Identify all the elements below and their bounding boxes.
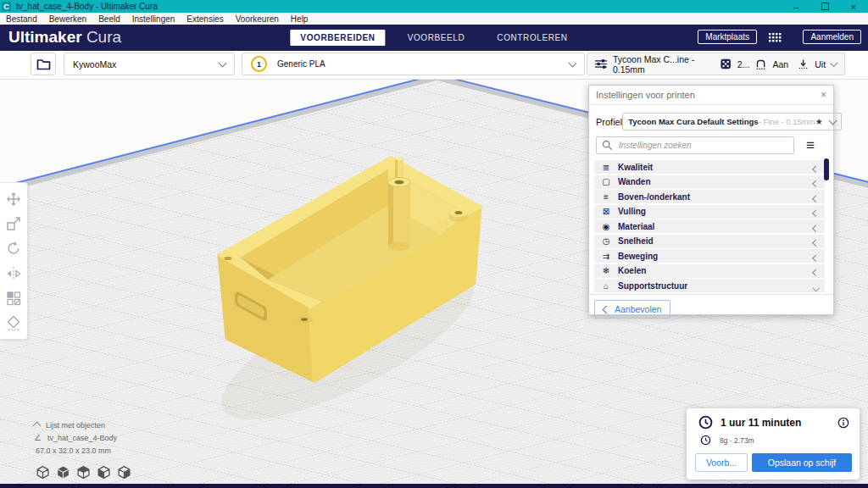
material-estimate: 8g · 2.73m bbox=[720, 436, 754, 445]
chevron-left-icon bbox=[814, 175, 819, 190]
star-icon[interactable]: ★ bbox=[815, 117, 823, 126]
tab-voorbeeld[interactable]: VOORBEELD bbox=[398, 30, 476, 46]
per-model-settings-icon[interactable] bbox=[5, 290, 22, 307]
category-label: Wanden bbox=[618, 177, 651, 186]
printer-selector[interactable]: KywooMax bbox=[64, 53, 235, 75]
logo-light: Cura bbox=[86, 28, 121, 46]
dimensions-text: 67.0 x 32.0 x 23.0 mm bbox=[36, 446, 111, 455]
category-wanden[interactable]: ▢ Wanden bbox=[594, 175, 825, 189]
settings-panel-header: Instellingen voor printen × bbox=[589, 86, 833, 105]
chevron-left-icon bbox=[814, 204, 819, 219]
marketplace-button[interactable]: Marktplaats bbox=[698, 30, 757, 44]
search-icon bbox=[602, 140, 613, 151]
material-selector[interactable]: 1 Generic PLA bbox=[242, 53, 585, 75]
settings-scrollbar[interactable] bbox=[824, 158, 829, 180]
category-snelheid[interactable]: ◷ Snelheid bbox=[594, 235, 825, 248]
signin-button[interactable]: Aanmelden bbox=[803, 30, 861, 44]
maximize-button[interactable] bbox=[810, 0, 839, 13]
model-icon: ∠ bbox=[34, 433, 42, 442]
menu-help[interactable]: Help bbox=[285, 14, 314, 24]
infill-value: 2... bbox=[737, 59, 750, 69]
open-file-button[interactable] bbox=[31, 53, 56, 75]
menu-bestand[interactable]: Bestand bbox=[0, 14, 43, 24]
menu-extensies[interactable]: Extensies bbox=[181, 14, 229, 24]
support-blocker-icon[interactable] bbox=[5, 314, 22, 331]
logo-bold: Ultimaker bbox=[8, 28, 82, 46]
view-left-icon[interactable] bbox=[97, 465, 111, 480]
category-beweging[interactable]: ⇉ Beweging bbox=[594, 249, 825, 263]
object-list-header[interactable]: Lijst met objecten bbox=[34, 419, 195, 431]
cooling-icon: ❄ bbox=[598, 266, 615, 275]
info-icon[interactable] bbox=[837, 417, 849, 429]
category-label: Boven-/onderkant bbox=[618, 192, 690, 202]
preview-button[interactable]: Voorb... bbox=[695, 453, 748, 472]
cura-logo: Ultimaker Cura bbox=[8, 28, 121, 47]
adhesion-icon bbox=[798, 58, 809, 71]
profile-selector[interactable]: Tycoon Max Cura Default Settings - Fine … bbox=[622, 113, 841, 130]
menu-instellingen[interactable]: Instellingen bbox=[126, 14, 181, 24]
view-3d-icon[interactable] bbox=[36, 465, 50, 480]
category-vulling[interactable]: ⊠ Vulling bbox=[594, 205, 825, 219]
category-label: Snelheid bbox=[618, 236, 654, 246]
chevron-left-icon bbox=[814, 159, 819, 175]
minimize-button[interactable]: – bbox=[782, 0, 810, 13]
tool-sidebar bbox=[0, 182, 28, 340]
maximize-icon bbox=[821, 3, 829, 10]
tab-voorbereiden[interactable]: VOORBEREIDEN bbox=[290, 30, 385, 46]
mirror-tool-icon[interactable] bbox=[5, 265, 22, 282]
support-icon: ⌂ bbox=[598, 281, 615, 291]
menubar: Bestand Bewerken Beeld Instellingen Exte… bbox=[0, 13, 868, 25]
print-settings-selector[interactable]: Tycoon Max C...ine - 0.15mm 2... Aan Uit bbox=[587, 53, 845, 75]
move-tool-icon[interactable] bbox=[5, 191, 22, 208]
profile-label: Profiel bbox=[596, 117, 622, 127]
speed-icon: ◷ bbox=[598, 236, 615, 246]
tab-controleren[interactable]: CONTROLEREN bbox=[487, 30, 577, 46]
chevron-left-icon bbox=[814, 189, 819, 204]
rotate-tool-icon[interactable] bbox=[5, 240, 22, 257]
chevron-down-icon bbox=[569, 58, 577, 67]
configuration-toolbar: KywooMax 1 Generic PLA Tycoon Max C...in… bbox=[0, 51, 868, 80]
support-icon bbox=[755, 58, 766, 71]
clock-icon bbox=[698, 415, 713, 430]
view-top-icon[interactable] bbox=[76, 465, 91, 480]
settings-menu-icon[interactable]: ≡ bbox=[806, 141, 815, 150]
view-front-icon[interactable] bbox=[56, 465, 70, 480]
category-koelen[interactable]: ❄ Koelen bbox=[594, 264, 825, 278]
window-bottom-edge bbox=[0, 484, 868, 488]
category-supportstructuur[interactable]: ⌂ Supportstructuur bbox=[594, 279, 825, 292]
apps-grid-icon[interactable] bbox=[768, 31, 782, 47]
titlebar[interactable]: C tv_hat_case_4-Body - Ultimaker Cura – … bbox=[0, 0, 868, 13]
object-list-item[interactable]: ∠ tv_hat_case_4-Body bbox=[34, 431, 195, 444]
category-label: Supportstructuur bbox=[618, 281, 687, 291]
print-settings-summary: Tycoon Max C...ine - 0.15mm bbox=[613, 54, 708, 75]
divider bbox=[589, 294, 833, 295]
chevron-left-icon bbox=[814, 263, 819, 279]
category-label: Materiaal bbox=[618, 222, 654, 231]
profile-value: Tycoon Max Cura Default Settings bbox=[628, 117, 758, 126]
support-value: Aan bbox=[772, 59, 788, 69]
chevron-down-icon bbox=[828, 116, 837, 125]
recommended-mode-button[interactable]: Aanbevolen bbox=[594, 300, 670, 319]
scale-tool-icon[interactable] bbox=[5, 215, 22, 232]
menu-beeld[interactable]: Beeld bbox=[92, 14, 126, 24]
category-label: Kwaliteit bbox=[618, 163, 653, 172]
category-kwaliteit[interactable]: ≣ Kwaliteit bbox=[594, 160, 825, 174]
category-boven-onderkant[interactable]: ≡ Boven-/onderkant bbox=[594, 190, 825, 203]
view-right-icon[interactable] bbox=[117, 465, 131, 480]
category-label: Vulling bbox=[618, 207, 646, 216]
save-to-disk-button[interactable]: Opslaan op schijf bbox=[752, 453, 852, 472]
chevron-left-icon bbox=[814, 234, 819, 249]
search-input[interactable] bbox=[617, 140, 788, 151]
action-panel: 1 uur 11 minuten 8g · 2.73m Voorb... Ops… bbox=[687, 408, 860, 480]
infill-icon bbox=[721, 58, 731, 70]
close-icon[interactable]: × bbox=[821, 89, 826, 101]
extruder-badge: 1 bbox=[251, 56, 267, 72]
settings-search[interactable] bbox=[596, 136, 794, 154]
menu-bewerken[interactable]: Bewerken bbox=[43, 14, 92, 24]
chevron-down-icon bbox=[814, 278, 819, 293]
category-materiaal[interactable]: ◉ Materiaal bbox=[594, 219, 825, 233]
object-name: tv_hat_case_4-Body bbox=[47, 434, 117, 442]
stage-tabs: VOORBEREIDEN VOORBEELD CONTROLEREN bbox=[290, 25, 577, 51]
menu-voorkeuren[interactable]: Voorkeuren bbox=[230, 14, 285, 24]
close-button[interactable]: × bbox=[839, 0, 868, 13]
